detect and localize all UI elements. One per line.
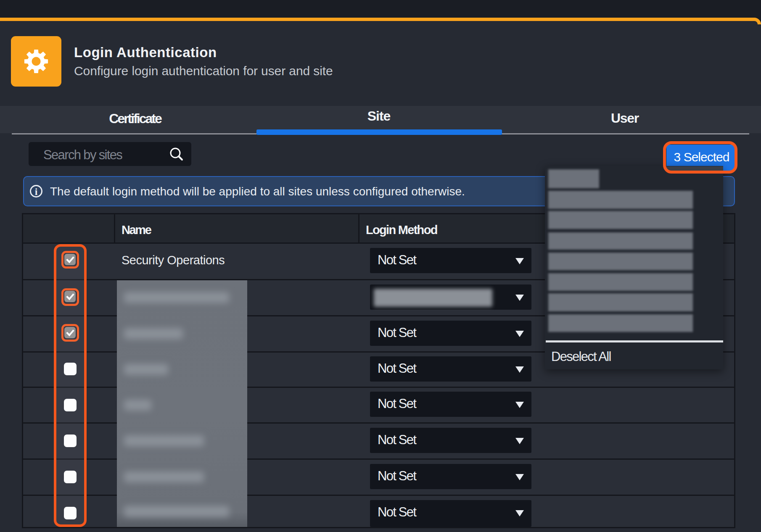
svg-text:i: i (35, 186, 38, 197)
